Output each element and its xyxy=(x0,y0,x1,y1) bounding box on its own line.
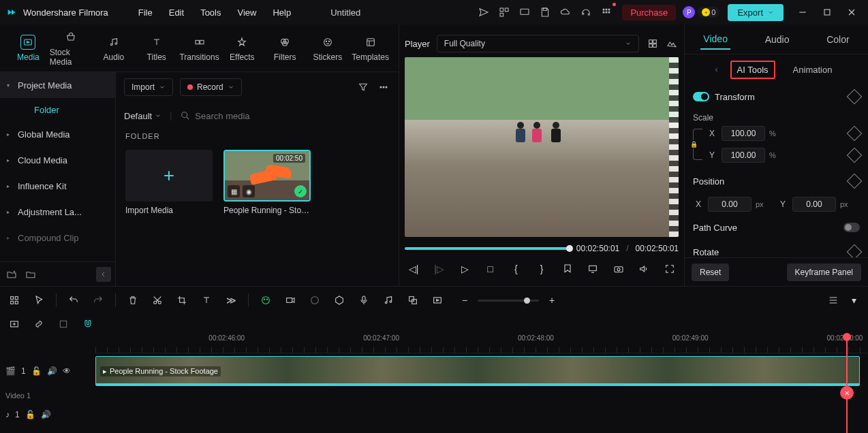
user-avatar[interactable]: P xyxy=(683,6,695,18)
marker-add-icon[interactable] xyxy=(56,317,71,332)
search-media[interactable] xyxy=(180,110,390,121)
mic-icon[interactable] xyxy=(356,293,371,308)
rotate-keyframe-icon[interactable] xyxy=(847,244,863,257)
tab-stock-media[interactable]: Stock Media xyxy=(50,30,93,67)
mask-icon[interactable] xyxy=(332,293,347,308)
window-maximize[interactable] xyxy=(816,1,838,23)
play-icon[interactable]: ▷ xyxy=(456,260,474,278)
more-tools-icon[interactable]: ≫ xyxy=(223,293,238,308)
window-minimize[interactable] xyxy=(792,1,813,23)
zoom-in-icon[interactable]: + xyxy=(544,293,559,308)
scale-y-keyframe-icon[interactable] xyxy=(847,148,863,163)
scale-x-keyframe-icon[interactable] xyxy=(847,126,863,142)
mute-audio-icon[interactable]: 🔊 xyxy=(41,410,51,419)
overlap-icon[interactable] xyxy=(405,293,420,308)
tab-video[interactable]: Video xyxy=(700,29,730,50)
subtab-prev-icon[interactable]: ‹ xyxy=(715,65,718,74)
playhead[interactable] xyxy=(846,334,848,433)
select-tool-icon[interactable] xyxy=(7,293,22,308)
grid-view-icon[interactable] xyxy=(646,37,660,50)
visible-track-icon[interactable]: 👁 xyxy=(63,366,71,376)
text-icon[interactable] xyxy=(199,293,214,308)
media-thumb-people-running[interactable]: 00:02:50 ▦ ◉ ✓ People Running - Stoc... xyxy=(223,150,311,215)
mute-track-icon[interactable]: 🔊 xyxy=(47,366,57,376)
tab-titles[interactable]: Titles xyxy=(135,35,178,62)
magnet-icon[interactable] xyxy=(80,317,95,332)
volume-icon[interactable] xyxy=(635,260,653,278)
sidebar-item-project-media[interactable]: ▾Project Media xyxy=(0,72,115,98)
sidebar-item-compound-clip[interactable]: ▸Compound Clip xyxy=(0,225,115,251)
mark-in-icon[interactable]: { xyxy=(507,260,525,278)
redo-icon[interactable] xyxy=(91,293,106,308)
tab-filters[interactable]: Filters xyxy=(264,35,307,62)
scale-x-input[interactable]: 100.00 xyxy=(722,126,765,141)
tab-effects[interactable]: Effects xyxy=(221,35,264,62)
lock-track-icon[interactable]: 🔓 xyxy=(31,366,42,376)
tab-audio-inspector[interactable]: Audio xyxy=(762,30,792,49)
keyframe-panel-button[interactable]: Keyframe Panel xyxy=(787,263,861,281)
quality-dropdown[interactable]: Full Quality xyxy=(437,35,639,52)
cut-icon[interactable] xyxy=(150,293,165,308)
prev-frame-icon[interactable]: ◁| xyxy=(405,260,422,278)
timeline-clip[interactable]: ▸People Running - Stock Footage xyxy=(95,356,860,386)
tab-media[interactable]: Media xyxy=(7,35,50,62)
fullscreen-icon[interactable] xyxy=(661,260,679,278)
send-icon[interactable] xyxy=(475,3,493,21)
list-view-icon[interactable] xyxy=(826,293,841,308)
scale-y-input[interactable]: 100.00 xyxy=(722,148,765,163)
search-input[interactable] xyxy=(195,111,390,121)
tab-audio[interactable]: Audio xyxy=(93,35,136,62)
delete-icon[interactable] xyxy=(125,293,140,308)
render-icon[interactable] xyxy=(430,293,445,308)
seek-bar[interactable] xyxy=(405,247,570,250)
add-track-icon[interactable] xyxy=(7,317,22,332)
new-folder-icon[interactable] xyxy=(4,267,19,282)
mark-out-icon[interactable]: } xyxy=(533,260,551,278)
record-button[interactable]: Record xyxy=(180,78,242,96)
folder-icon[interactable] xyxy=(23,267,38,282)
music-icon[interactable] xyxy=(381,293,396,308)
menu-edit[interactable]: Edit xyxy=(162,5,191,20)
display-icon[interactable] xyxy=(584,260,602,278)
path-curve-toggle[interactable] xyxy=(843,223,860,232)
pos-x-input[interactable]: 0.00 xyxy=(708,197,751,212)
tab-templates[interactable]: Templates xyxy=(349,35,392,62)
play-backward-icon[interactable]: |▷ xyxy=(431,260,448,278)
sidebar-item-influence-kit[interactable]: ▸Influence Kit xyxy=(0,173,115,199)
speed-icon[interactable] xyxy=(283,293,298,308)
stop-icon[interactable]: □ xyxy=(482,260,499,278)
pos-y-input[interactable]: 0.00 xyxy=(792,197,836,212)
save-icon[interactable] xyxy=(536,3,554,21)
import-button[interactable]: Import xyxy=(124,78,173,96)
import-media-tile[interactable]: + Import Media xyxy=(125,150,213,215)
preview-icon[interactable]: ◉ xyxy=(243,185,255,197)
tab-color[interactable]: Color xyxy=(824,30,852,49)
position-keyframe-icon[interactable] xyxy=(847,174,863,189)
link-icon[interactable] xyxy=(31,317,46,332)
preview-viewport[interactable] xyxy=(405,57,679,237)
sidebar-item-cloud-media[interactable]: ▸Cloud Media xyxy=(0,147,115,173)
undo-icon[interactable] xyxy=(66,293,81,308)
sidebar-item-adjustment-layer[interactable]: ▸Adjustment La... xyxy=(0,199,115,225)
export-button[interactable]: Export xyxy=(728,4,784,21)
window-close[interactable] xyxy=(841,1,863,23)
subtab-ai-tools[interactable]: AI Tools xyxy=(730,61,775,79)
pointer-tool-icon[interactable] xyxy=(31,293,46,308)
zoom-out-icon[interactable]: − xyxy=(457,293,472,308)
lock-audio-icon[interactable]: 🔓 xyxy=(25,410,35,419)
collapse-sidebar-icon[interactable] xyxy=(96,267,111,282)
cloud-icon[interactable] xyxy=(557,3,574,21)
purchase-button[interactable]: Purchase xyxy=(622,5,676,20)
add-to-timeline-icon[interactable]: ▦ xyxy=(228,185,240,197)
more-icon[interactable] xyxy=(377,80,390,94)
transform-keyframe-icon[interactable] xyxy=(847,89,863,105)
tab-transitions[interactable]: Transitions xyxy=(178,35,221,62)
reset-button[interactable]: Reset xyxy=(692,263,729,281)
ai-icon[interactable] xyxy=(258,293,273,308)
tab-stickers[interactable]: Stickers xyxy=(306,35,349,62)
sidebar-item-global-media[interactable]: ▸Global Media xyxy=(0,121,115,147)
scopes-icon[interactable] xyxy=(665,37,679,50)
transform-toggle[interactable] xyxy=(693,92,709,101)
zoom-slider[interactable] xyxy=(478,300,539,302)
sidebar-sub-folder[interactable]: Folder xyxy=(0,98,115,121)
